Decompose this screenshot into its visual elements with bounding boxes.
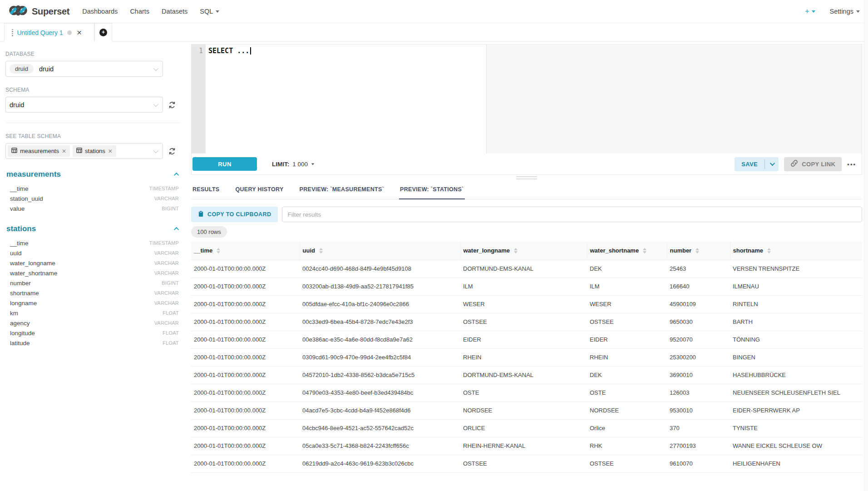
schema-column-row: __timeTIMESTAMP [5, 184, 182, 193]
result-tabs: RESULTSQUERY HISTORYPREVIEW: `MEASUREMEN… [191, 182, 862, 199]
chip-label: measurements [20, 148, 59, 154]
column-name: uuid [10, 250, 22, 257]
table-cell: 00c33ed9-6bea-45b4-8728-7edc7e43e2f3 [300, 313, 460, 331]
table-cell: OSTSEE [587, 313, 667, 331]
refresh-tables-icon[interactable] [168, 147, 177, 156]
result-tab-results[interactable]: RESULTS [192, 182, 221, 199]
chevron-down-icon [153, 148, 158, 153]
collapse-icon[interactable] [174, 173, 179, 178]
limit-dropdown[interactable]: LIMIT: 1 000 [272, 161, 315, 168]
more-actions-button[interactable]: ••• [846, 159, 857, 169]
query-tab-untitled[interactable]: Untitled Query 1 ✕ [4, 23, 94, 42]
result-tab-preview-measurements-[interactable]: PREVIEW: `MEASUREMENTS` [299, 182, 385, 199]
table-cell: 0309cd61-90c9-470e-99d4-2ee4fb2c5f84 [300, 348, 460, 366]
column-header-water_longname[interactable]: water_longname [460, 242, 587, 260]
sort-icon[interactable] [217, 248, 220, 253]
schema-table-name[interactable]: measurements [6, 170, 61, 179]
sort-icon[interactable] [643, 248, 646, 253]
column-header-label: __time [194, 247, 212, 254]
sql-editor[interactable]: 1 SELECT ... [192, 45, 862, 154]
save-button[interactable]: SAVE [735, 157, 764, 171]
clipboard-icon [198, 210, 204, 218]
sort-icon[interactable] [695, 248, 699, 253]
table-row: 2000-01-01T00:00:00.000Z04790e03-4353-4e… [191, 384, 862, 402]
remove-chip-icon[interactable]: ✕ [62, 148, 66, 154]
new-query-tab-button[interactable]: + [94, 23, 112, 42]
table-cell: 2000-01-01T00:00:00.000Z [191, 366, 300, 384]
table-cell: 04790e03-4353-4e80-beef-b3ed439484bc [300, 384, 460, 402]
column-header-__time[interactable]: __time [191, 242, 300, 260]
nav-item-dashboards[interactable]: Dashboards [82, 8, 118, 15]
table-cell: HEILIGENHAFEN [730, 455, 862, 472]
superset-brand[interactable]: Superset [8, 5, 69, 18]
schema-table-name[interactable]: stations [6, 224, 36, 233]
table-row: 2000-01-01T00:00:00.000Z0024cc40-d690-46… [191, 260, 862, 278]
table-icon [76, 148, 82, 154]
database-select[interactable]: druid druid [5, 61, 163, 77]
column-type: VARCHAR [154, 270, 179, 276]
column-header-water_shortname[interactable]: water_shortname [587, 242, 667, 260]
brand-name: Superset [32, 6, 69, 17]
sql-lab-app: Superset DashboardsChartsDatasetsSQL + S… [0, 0, 868, 491]
database-engine-badge: druid [10, 64, 34, 74]
table-chip-stations[interactable]: stations✕ [73, 145, 116, 157]
column-name: water_shortname [10, 270, 57, 277]
table-cell: 06219dd9-a2c4-463c-9619-623b3c026cbc [300, 455, 460, 472]
column-name: __time [10, 185, 29, 192]
remove-chip-icon[interactable]: ✕ [108, 148, 113, 154]
sort-icon[interactable] [767, 248, 771, 253]
column-header-shortname[interactable]: shortname [730, 242, 862, 260]
schema-column-row: longnameVARCHAR [5, 298, 182, 308]
refresh-schema-icon[interactable] [168, 100, 177, 109]
result-tab-preview-stations-[interactable]: PREVIEW: `STATIONS` [399, 182, 464, 199]
page-scrollbar[interactable] [864, 0, 868, 491]
copy-to-clipboard-button[interactable]: COPY TO CLIPBOARD [191, 207, 278, 222]
table-chip-measurements[interactable]: measurements✕ [8, 145, 70, 157]
run-button[interactable]: RUN [192, 157, 257, 171]
close-tab-icon[interactable]: ✕ [77, 30, 82, 36]
nav-item-sql[interactable]: SQL [200, 8, 219, 15]
table-cell: RHEIN-HERNE-KANAL [460, 437, 587, 455]
sql-code[interactable]: SELECT ... [208, 47, 249, 55]
table-cell: ILM [587, 278, 667, 295]
table-cell: 2000-01-01T00:00:00.000Z [191, 295, 300, 313]
collapse-icon[interactable] [174, 227, 179, 232]
editor-print-margin [486, 45, 862, 154]
column-header-uuid[interactable]: uuid [300, 242, 460, 260]
nav-item-charts[interactable]: Charts [130, 8, 149, 15]
table-row: 2000-01-01T00:00:00.000Z00e386ac-e35c-4a… [191, 331, 862, 348]
editor-cursor [250, 47, 251, 55]
filter-results-input[interactable] [282, 207, 862, 222]
table-cell: ILMENAU [730, 278, 862, 295]
column-type: BIGINT [162, 206, 179, 211]
column-header-label: uuid [303, 247, 315, 254]
result-tab-query-history[interactable]: QUERY HISTORY [235, 182, 285, 199]
table-cell: 9520070 [667, 331, 730, 348]
settings-menu[interactable]: Settings [830, 8, 860, 15]
add-new-menu[interactable]: + [805, 7, 815, 15]
schema-select[interactable]: druid [5, 97, 163, 113]
sort-icon[interactable] [319, 248, 323, 253]
save-options-button[interactable] [765, 157, 779, 171]
column-header-number[interactable]: number [667, 242, 730, 260]
query-tab-title[interactable]: Untitled Query 1 [17, 29, 63, 36]
table-select[interactable]: measurements✕stations✕ [5, 143, 163, 159]
nav-item-datasets[interactable]: Datasets [162, 8, 187, 15]
table-row: 2000-01-01T00:00:00.000Z0309cd61-90c9-47… [191, 348, 862, 366]
schema-table-measurements: measurements__timeTIMESTAMPstation_uuidV… [5, 170, 182, 213]
table-cell: WESER [587, 295, 667, 313]
schema-column-row: station_uuidVARCHAR [5, 193, 182, 203]
table-cell: 005dfdae-efcc-410a-bf1c-24096e0c2866 [300, 295, 460, 313]
table-cell: WESER [460, 295, 587, 313]
table-cell: 2000-01-01T00:00:00.000Z [191, 313, 300, 331]
pane-resize-handle[interactable] [191, 175, 862, 180]
copy-link-button[interactable]: COPY LINK [784, 157, 842, 171]
chevron-down-icon [770, 161, 775, 166]
chip-label: stations [85, 148, 105, 154]
sort-icon[interactable] [514, 248, 518, 253]
table-row: 2000-01-01T00:00:00.000Z04acd7e5-3cbc-4c… [191, 402, 862, 419]
table-cell: TÖNNING [730, 331, 862, 348]
drag-grip-icon[interactable] [12, 29, 13, 36]
table-cell: 370 [667, 419, 730, 437]
table-cell: OSTSEE [460, 313, 587, 331]
